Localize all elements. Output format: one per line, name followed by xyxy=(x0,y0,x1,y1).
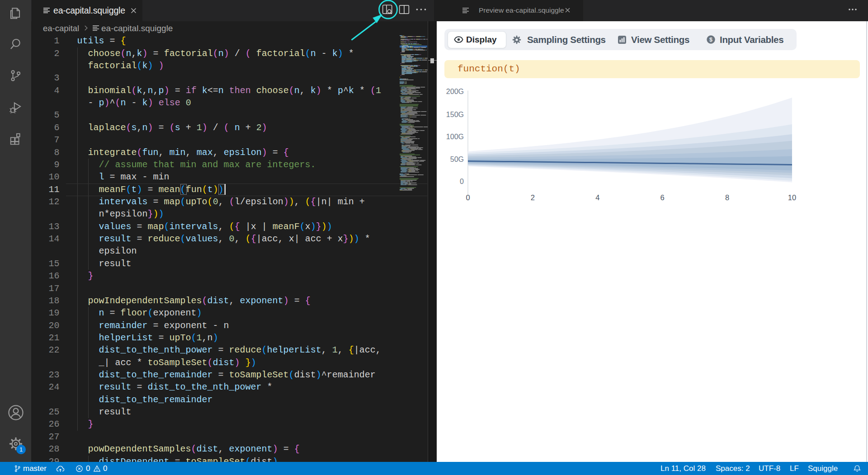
svg-text:10: 10 xyxy=(788,193,796,202)
svg-text:6: 6 xyxy=(660,193,665,202)
svg-text:150G: 150G xyxy=(446,111,464,118)
svg-text:4: 4 xyxy=(595,193,599,202)
svg-text:8: 8 xyxy=(725,193,729,202)
svg-text:0: 0 xyxy=(466,193,470,202)
svg-text:50G: 50G xyxy=(450,155,464,163)
svg-text:2: 2 xyxy=(531,193,535,202)
svg-text:100G: 100G xyxy=(446,133,464,141)
svg-text:0: 0 xyxy=(460,178,464,185)
